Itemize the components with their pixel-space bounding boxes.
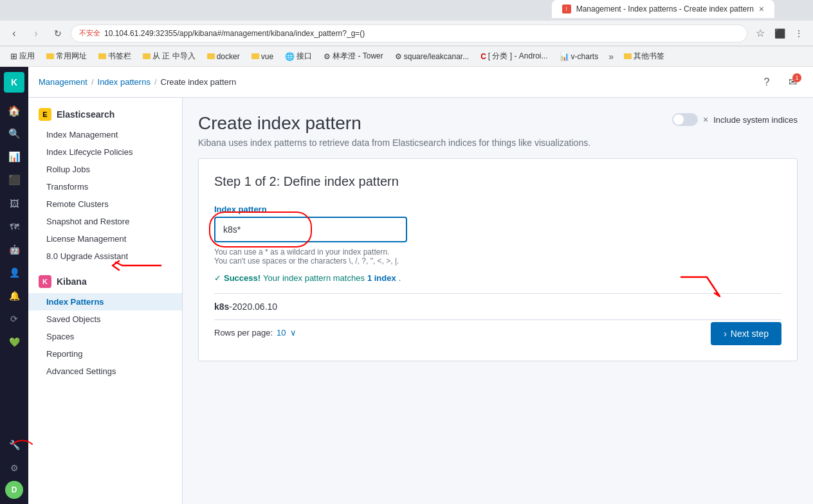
sidebar-item-rollup-jobs[interactable]: Rollup Jobs xyxy=(28,161,182,178)
sidebar-item-license-management[interactable]: License Management xyxy=(28,230,182,248)
page-title: Create index pattern xyxy=(198,113,590,134)
nav-icon-canvas[interactable]: 🖼 xyxy=(4,193,24,213)
sidebar-item-reporting[interactable]: Reporting xyxy=(28,345,182,363)
hint-line2: You can't use spaces or the characters \… xyxy=(214,256,600,266)
sidebar: E Elasticsearch Index Management Index L… xyxy=(28,98,183,504)
step-title: Step 1 of 2: Define index pattern xyxy=(214,174,781,189)
index-pattern-input[interactable] xyxy=(214,217,407,242)
system-indices-toggle[interactable] xyxy=(672,113,698,126)
help-button[interactable]: ? xyxy=(756,72,777,93)
breadcrumb-index-patterns[interactable]: Index patterns xyxy=(98,77,151,87)
nav-icon-discover[interactable]: 🔍 xyxy=(4,123,24,144)
elasticsearch-title: Elasticsearch xyxy=(57,109,114,120)
breadcrumb-sep-2: / xyxy=(154,77,157,87)
kibana-header: Management / Index patterns / Create ind… xyxy=(28,67,813,98)
success-count[interactable]: 1 index xyxy=(367,273,396,283)
sidebar-item-snapshot-restore[interactable]: Snapshot and Restore xyxy=(28,213,182,230)
nav-icon-uptime[interactable]: 💚 xyxy=(4,332,24,352)
success-text: Your index pattern matches xyxy=(263,273,365,283)
bookmark-vcharts[interactable]: 📊v-charts xyxy=(554,50,604,63)
bookmark-apps[interactable]: ⊞应用 xyxy=(5,49,40,64)
breadcrumb-current: Create index pattern xyxy=(161,77,237,87)
elasticsearch-icon: E xyxy=(39,108,51,121)
toggle-label: Include system indices xyxy=(713,115,798,125)
bookmark-tower[interactable]: ⚙林孝澄 - Tower xyxy=(318,49,388,64)
page-subtitle: Kibana uses index patterns to retrieve d… xyxy=(198,138,590,148)
breadcrumb-management[interactable]: Management xyxy=(39,77,87,87)
nav-icon-graph[interactable]: 👤 xyxy=(4,262,24,283)
form-label: Index pattern xyxy=(214,204,600,214)
nav-icon-dashboard[interactable]: ⬛ xyxy=(4,170,24,190)
kibana-section-icon: K xyxy=(39,275,51,288)
bookmark-import[interactable]: 从 正 中导入 xyxy=(138,49,201,64)
menu-button[interactable]: ⋮ xyxy=(790,24,808,42)
bookmark-common[interactable]: 常用网址 xyxy=(41,49,92,64)
elasticsearch-section: E Elasticsearch Index Management Index L… xyxy=(28,103,182,265)
global-nav-avatar[interactable]: D xyxy=(5,481,23,499)
global-nav: K 🏠 🔍 📊 ⬛ 🖼 🗺 🤖 👤 🔔 ⟳ 💚 🔧 ⚙ D xyxy=(0,67,28,504)
nav-icon-ml[interactable]: 🤖 xyxy=(4,239,24,260)
rows-value[interactable]: 10 xyxy=(277,328,286,338)
next-step-arrow: › xyxy=(724,328,727,339)
reload-button[interactable]: ↻ xyxy=(49,24,67,42)
result-name-rest: -2020.06.10 xyxy=(229,302,277,312)
kibana-section: K Kibana Index Patterns Saved Objects Sp… xyxy=(28,270,182,380)
sidebar-item-remote-clusters[interactable]: Remote Clusters xyxy=(28,195,182,213)
success-bold: Success! xyxy=(224,273,260,283)
bookmark-vue[interactable]: vue xyxy=(246,50,279,63)
bookmark-more[interactable]: » xyxy=(605,50,617,64)
checkmark-icon: ✓ xyxy=(214,273,221,283)
rows-chevron[interactable]: ∨ xyxy=(290,328,297,338)
address-bar[interactable]: 不安全 10.104.61.249:32355/app/kibana#/mana… xyxy=(71,24,747,42)
result-table: k8s-2020.06.10 xyxy=(214,293,781,320)
create-pattern-card: Step 1 of 2: Define index pattern Index … xyxy=(198,158,798,361)
sidebar-item-index-patterns[interactable]: Index Patterns xyxy=(28,293,182,310)
address-url: 10.104.61.249:32355/app/kibana#/manageme… xyxy=(104,29,365,38)
bookmark-other[interactable]: 其他书签 xyxy=(619,49,670,64)
nav-icon-alerting[interactable]: 🔔 xyxy=(4,285,24,306)
nav-icon-apm[interactable]: ⟳ xyxy=(4,309,24,329)
success-message: ✓ Success! Your index pattern matches 1 … xyxy=(214,273,600,283)
bookmark-bookmarks[interactable]: 书签栏 xyxy=(93,49,136,64)
bookmark-api[interactable]: 🌐接口 xyxy=(280,49,317,64)
bookmark-leakcanary[interactable]: ⚙square/leakcanar... xyxy=(390,50,474,63)
sidebar-item-advanced-settings[interactable]: Advanced Settings xyxy=(28,363,182,380)
nav-icon-maps[interactable]: 🗺 xyxy=(4,216,24,237)
nav-icon-visualize[interactable]: 📊 xyxy=(4,147,24,167)
sidebar-item-saved-objects[interactable]: Saved Objects xyxy=(28,310,182,328)
nav-icon-dev[interactable]: 🔧 xyxy=(4,435,24,455)
result-name-bold: k8s xyxy=(214,302,229,312)
next-step-button[interactable]: › Next step xyxy=(711,322,781,345)
rows-label: Rows per page: xyxy=(214,328,273,338)
tab-label: Management - Index patterns - Create ind… xyxy=(576,4,754,14)
notification-badge: 1 xyxy=(792,73,801,82)
tab-close[interactable]: × xyxy=(759,4,764,14)
sidebar-item-upgrade-assistant[interactable]: 8.0 Upgrade Assistant xyxy=(28,248,182,265)
hint-line1: You can use a * as a wildcard in your in… xyxy=(214,248,600,256)
content-area: Create index pattern Kibana uses index p… xyxy=(183,98,813,504)
next-step-label: Next step xyxy=(731,328,769,339)
back-button[interactable]: ‹ xyxy=(5,24,23,42)
tab-favicon: ! xyxy=(562,4,571,14)
kibana-logo[interactable]: K xyxy=(4,72,24,93)
rows-per-page: Rows per page: 10 ∨ xyxy=(214,320,781,345)
toggle-x: × xyxy=(703,114,708,125)
sidebar-item-index-lifecycle[interactable]: Index Lifecycle Policies xyxy=(28,143,182,161)
notifications-button[interactable]: ✉ 1 xyxy=(782,72,803,93)
sidebar-item-transforms[interactable]: Transforms xyxy=(28,178,182,195)
success-suffix: . xyxy=(399,273,401,283)
sidebar-item-index-management[interactable]: Index Management xyxy=(28,126,182,143)
breadcrumb: Management / Index patterns / Create ind… xyxy=(39,77,236,87)
bookmark-star[interactable]: ☆ xyxy=(751,24,769,42)
nav-icon-settings[interactable]: ⚙ xyxy=(4,458,24,478)
nav-icon-home[interactable]: 🏠 xyxy=(4,100,24,121)
bookmark-docker[interactable]: docker xyxy=(202,50,245,63)
breadcrumb-sep-1: / xyxy=(91,77,94,87)
bookmark-classify[interactable]: C[ 分类 ] - Androi... xyxy=(475,49,553,64)
table-row: k8s-2020.06.10 xyxy=(214,294,781,320)
extensions-button[interactable]: ⬛ xyxy=(771,24,789,42)
kibana-section-title: Kibana xyxy=(57,276,87,287)
sidebar-item-spaces[interactable]: Spaces xyxy=(28,328,182,345)
forward-button[interactable]: › xyxy=(27,24,45,42)
security-warning: 不安全 xyxy=(79,28,100,38)
